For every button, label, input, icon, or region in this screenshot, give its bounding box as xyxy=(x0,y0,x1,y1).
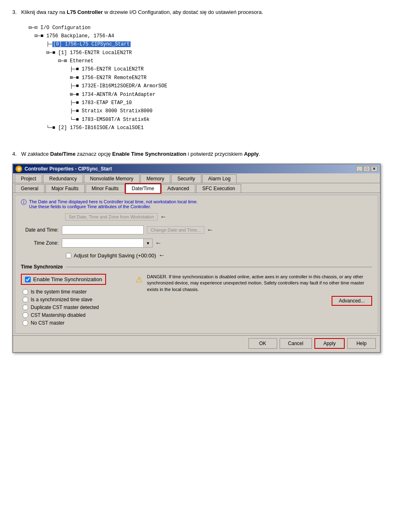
info-text-block: ⓘ The Date and Time displayed here is Co… xyxy=(21,199,372,209)
step4-number: 4. xyxy=(12,151,17,157)
title-controls[interactable]: _ □ ✕ xyxy=(356,166,377,172)
radio-sync-time-slave[interactable] xyxy=(23,297,28,302)
date-time-input[interactable] xyxy=(62,225,144,234)
title-bar: ⚙ Controller Properties - CIPSync_Start … xyxy=(13,164,380,173)
timezone-arrow-icon: ← xyxy=(155,239,162,247)
radio-label-2: Duplicate CST master detected xyxy=(31,305,99,310)
dialog-icon: ⚙ xyxy=(16,166,22,172)
step4-enable-sync: Enable Time Synchronization xyxy=(112,151,186,157)
radio-label-4: No CST master xyxy=(31,320,64,326)
radio-cst-disabled[interactable] xyxy=(23,312,28,318)
tab-nonvolatile-memory[interactable]: Nonvolatile Memory xyxy=(84,174,140,183)
time-sync-area: Enable Time Synchronization Is the syste… xyxy=(21,274,372,326)
step4-date-time: Date/Time xyxy=(50,151,76,157)
dialog-content: ⓘ The Date and Time displayed here is Co… xyxy=(15,195,378,334)
radio-label-3: CST Mastership disabled xyxy=(31,312,86,318)
info-line1: The Date and Time displayed here is Cont… xyxy=(29,199,198,204)
ok-button[interactable]: OK xyxy=(248,338,277,349)
tab-minor-faults[interactable]: Minor Faults xyxy=(86,184,125,193)
info-icon: ⓘ xyxy=(21,199,27,206)
info-line2: Use these fields to configure Time attri… xyxy=(29,204,198,209)
advanced-button[interactable]: Advanced... xyxy=(332,296,372,306)
tab-redundancy[interactable]: Redundancy xyxy=(43,174,83,183)
tab-alarm-log[interactable]: Alarm Log xyxy=(202,174,237,183)
tab-row-2: General Major Faults Minor Faults Date/T… xyxy=(13,183,380,193)
help-button[interactable]: Help xyxy=(347,338,376,349)
controller-properties-dialog: ⚙ Controller Properties - CIPSync_Start … xyxy=(12,164,381,353)
daylight-label: Adjust for Daylight Saving (+00:00) xyxy=(74,252,156,259)
radio-group: Is the system time master Is a synchroni… xyxy=(21,289,127,326)
step3-text-post: w drzewie I/O Configuration, aby dostać … xyxy=(103,9,263,15)
daylight-arrow-icon: ← xyxy=(158,252,165,259)
maximize-button[interactable]: □ xyxy=(364,166,370,172)
time-sync-label: Time Synchronize xyxy=(21,264,63,270)
tab-security[interactable]: Security xyxy=(171,174,201,183)
set-date-area: Set Date, Time and Zone from Workstation… xyxy=(21,213,372,221)
timezone-dropdown-btn[interactable]: ▼ xyxy=(144,239,153,248)
timezone-row: Time Zone: ▼ ← xyxy=(21,239,372,248)
close-button[interactable]: ✕ xyxy=(371,166,377,172)
step3-text-pre: Kliknij dwa razy na xyxy=(21,9,67,15)
radio-item-0: Is the system time master xyxy=(23,289,127,295)
tab-row-1: Project Redundancy Nonvolatile Memory Me… xyxy=(13,173,380,183)
set-date-btn[interactable]: Set Date, Time and Zone from Workstation xyxy=(65,213,158,221)
radio-item-4: No CST master xyxy=(23,320,127,326)
set-date-arrow-icon: ← xyxy=(160,213,167,221)
tab-memory[interactable]: Memory xyxy=(140,174,170,183)
radio-label-1: Is a synchronized time slave xyxy=(31,297,93,302)
tab-sfc-execution[interactable]: SFC Execution xyxy=(196,184,241,193)
dialog-title: Controller Properties - CIPSync_Start xyxy=(25,166,112,172)
timezone-label: Time Zone: xyxy=(21,240,62,246)
tab-date-time[interactable]: Date/Time xyxy=(126,184,160,193)
date-time-label: Date and Time: xyxy=(21,227,62,233)
divider-line xyxy=(66,267,372,267)
enable-sync-box: Enable Time Synchronization xyxy=(21,274,106,285)
enable-sync-checkbox[interactable] xyxy=(25,277,31,282)
change-date-btn[interactable]: Change Date and Time... xyxy=(147,226,204,234)
tab-project[interactable]: Project xyxy=(15,174,42,183)
radio-label-0: Is the system time master xyxy=(31,289,87,295)
step4-apply: Apply xyxy=(244,151,259,157)
tree-diagram: ⊟─⊡ I/O Configuration ⊟─■ 1756 Backplane… xyxy=(29,24,381,132)
tab-advanced[interactable]: Advanced xyxy=(161,184,195,193)
radio-item-3: CST Mastership disabled xyxy=(23,312,127,318)
tab-major-faults[interactable]: Major Faults xyxy=(45,184,85,193)
time-sync-section: Time Synchronize xyxy=(21,264,372,270)
cancel-button[interactable]: Cancel xyxy=(280,338,312,349)
step3-block: 3. Kliknij dwa razy na L75 Controller w … xyxy=(12,8,381,16)
step4-block: 4. W zakładce Date/Time zaznacz opcję En… xyxy=(12,150,381,158)
apply-button[interactable]: Apply xyxy=(314,338,345,349)
change-date-arrow-icon: ← xyxy=(207,226,213,234)
minimize-button[interactable]: _ xyxy=(356,166,363,172)
dialog-footer: OK Cancel Apply Help xyxy=(13,335,380,352)
radio-item-2: Duplicate CST master detected xyxy=(23,305,127,310)
danger-text: DANGER. If time synchronization is disab… xyxy=(147,274,372,293)
radio-item-1: Is a synchronized time slave xyxy=(23,297,127,302)
date-time-row: Date and Time: Change Date and Time... ← xyxy=(21,225,372,234)
step4-text-pre: W zakładce xyxy=(21,151,50,157)
advanced-btn-container: Advanced... xyxy=(147,296,372,306)
time-sync-left: Enable Time Synchronization Is the syste… xyxy=(21,274,127,326)
timezone-input[interactable] xyxy=(62,239,144,248)
radio-no-cst-master[interactable] xyxy=(23,320,28,326)
radio-system-time-master[interactable] xyxy=(23,289,28,295)
danger-icon: ⚠ xyxy=(136,275,143,284)
enable-sync-label: Enable Time Synchronization xyxy=(33,276,102,282)
daylight-row: Adjust for Daylight Saving (+00:00) ← xyxy=(21,252,372,259)
radio-duplicate-cst[interactable] xyxy=(23,305,28,310)
step3-bold: L75 Controller xyxy=(67,9,103,15)
time-sync-right: ⚠ DANGER. If time synchronization is dis… xyxy=(136,274,372,326)
tab-general[interactable]: General xyxy=(15,184,45,193)
step3-number: 3. xyxy=(12,9,17,15)
daylight-checkbox[interactable] xyxy=(66,253,71,258)
title-bar-left: ⚙ Controller Properties - CIPSync_Start xyxy=(16,166,112,172)
